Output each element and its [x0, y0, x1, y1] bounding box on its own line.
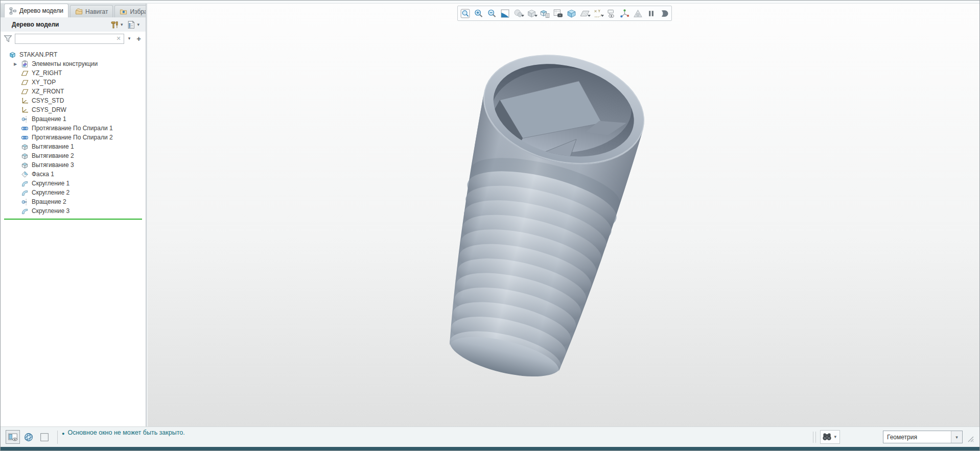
statusbar-divider — [57, 431, 58, 444]
revolve-icon — [21, 115, 29, 123]
tree-item[interactable]: Вытягивание 2 — [1, 151, 146, 160]
tree-item[interactable]: Скругление 3 — [1, 206, 146, 216]
new-window-button[interactable] — [37, 430, 52, 444]
chevron-down-icon[interactable]: ▾ — [121, 22, 123, 27]
insert-indicator[interactable] — [4, 219, 142, 220]
window-display-button[interactable] — [6, 430, 20, 444]
capture-image-icon[interactable] — [552, 7, 565, 20]
window-visibility-icon — [7, 432, 18, 443]
tree-item-label: STAKAN.PRT — [19, 51, 57, 58]
app-window: Дерево модели Навигат Избран Дерево моде… — [0, 0, 980, 451]
tree-item-label: Скругление 1 — [32, 180, 69, 187]
web-browser-icon — [23, 432, 34, 443]
tree-item[interactable]: Вытягивание 3 — [1, 160, 146, 170]
tab-label: Навигат — [85, 8, 108, 15]
tree-item[interactable]: Вращение 2 — [1, 197, 146, 206]
expander-icon[interactable]: ▶ — [14, 62, 21, 66]
tree-item[interactable]: Скругление 1 — [1, 179, 146, 188]
chamfer-icon — [21, 171, 29, 178]
resize-grip[interactable] — [967, 435, 974, 443]
datum-display-icon[interactable] — [592, 7, 604, 20]
helical-sweep-icon — [21, 125, 29, 132]
tree-item[interactable]: XZ_FRONT — [1, 87, 146, 96]
tree-settings-button[interactable]: ▾ — [126, 19, 143, 30]
tree-item-label: Фаска 1 — [32, 171, 54, 178]
selection-filter-dropdown[interactable]: Геометрия ▾ — [883, 431, 963, 443]
pause-icon[interactable] — [645, 7, 658, 20]
tree-item[interactable]: YZ_RIGHT — [1, 68, 146, 78]
tree-filter-input[interactable] — [15, 35, 113, 42]
spin-center-icon[interactable] — [618, 7, 631, 20]
revolve-icon — [21, 198, 29, 206]
tree-item-label: CSYS_STD — [32, 97, 64, 104]
model-stakan[interactable] — [148, 4, 979, 427]
tab-favorites[interactable]: Избран — [114, 5, 146, 17]
graphics-viewport[interactable] — [148, 4, 979, 427]
tree-item[interactable]: Протягивание По Спирали 1 — [1, 124, 146, 133]
tree-item-label: Вращение 2 — [32, 198, 66, 205]
tab-label: Дерево модели — [19, 7, 63, 14]
tab-navigator[interactable]: Навигат — [70, 5, 113, 17]
tree-item[interactable]: CSYS_DRW — [1, 105, 146, 114]
tree-item-label: YZ_RIGHT — [32, 69, 62, 77]
zoom-out-icon[interactable] — [485, 7, 498, 20]
round-icon — [21, 189, 29, 197]
tree-filter-row: ✕ ▾ + — [1, 32, 146, 45]
favorites-folder-icon — [120, 8, 127, 15]
clear-filter-icon[interactable]: ✕ — [113, 35, 123, 42]
tree-item[interactable]: XY_TOP — [1, 78, 146, 87]
folder-stack-icon — [75, 8, 83, 15]
tree-item[interactable]: Вытягивание 1 — [1, 142, 146, 151]
section-view-icon[interactable] — [658, 7, 671, 20]
graphics-toolbar — [457, 6, 672, 21]
tab-model-tree[interactable]: Дерево модели — [4, 4, 68, 17]
part-icon — [9, 51, 16, 59]
tree-item-label: Вытягивание 3 — [32, 161, 74, 169]
filter-options-caret[interactable]: ▾ — [128, 36, 131, 41]
tree-item[interactable]: Протягивание По Спирали 2 — [1, 133, 146, 142]
tree-item[interactable]: Фаска 1 — [1, 170, 146, 179]
chevron-down-icon[interactable]: ▾ — [951, 431, 962, 443]
tree-item-label: CSYS_DRW — [32, 106, 66, 113]
zoom-to-fit-icon[interactable] — [459, 7, 472, 20]
helical-sweep-icon — [21, 134, 29, 141]
selection-filter-value: Геометрия — [883, 434, 951, 441]
tree-item-label: Протягивание По Спирали 1 — [32, 125, 113, 132]
find-button[interactable]: ▾ — [820, 430, 840, 444]
statusbar-divider — [813, 432, 813, 443]
extrude-icon — [21, 143, 29, 151]
tree-item[interactable]: STAKAN.PRT — [1, 50, 146, 59]
tree-item[interactable]: Скругление 2 — [1, 188, 146, 197]
tree-item-label: Вытягивание 1 — [32, 143, 74, 150]
tree-item[interactable]: ▶ Элементы конструкции — [1, 59, 146, 68]
tree-item-label: Скругление 3 — [32, 207, 69, 215]
status-message: Основное окно не может быть закрыто. — [67, 427, 184, 436]
tree-item-label: Вытягивание 2 — [32, 152, 74, 159]
tree-filters-button[interactable]: ▾ — [109, 19, 126, 30]
repaint-icon[interactable] — [499, 7, 511, 20]
extrude-icon — [21, 152, 29, 160]
datum-plane-icon — [21, 79, 29, 86]
datum-plane-icon — [21, 88, 29, 96]
navigator-tabs: Дерево модели Навигат Избран — [1, 4, 146, 17]
expand-tree-button[interactable]: + — [135, 34, 143, 43]
annotation-display-icon[interactable] — [605, 7, 618, 20]
csys-icon — [21, 106, 29, 114]
tree-item[interactable]: Вращение 1 — [1, 114, 146, 124]
window-bottom-strip — [1, 447, 979, 450]
dragger-icon[interactable] — [632, 7, 644, 20]
plane-display-icon[interactable] — [578, 7, 591, 20]
view-manager-icon[interactable] — [539, 7, 551, 20]
web-browser-button[interactable] — [21, 430, 36, 444]
zoom-in-icon[interactable] — [472, 7, 485, 20]
chevron-down-icon[interactable]: ▾ — [137, 22, 139, 27]
display-style-icon[interactable] — [512, 7, 525, 20]
panel-title: Дерево модели — [12, 21, 109, 28]
binoculars-icon — [822, 432, 832, 442]
saved-views-icon[interactable] — [525, 7, 538, 20]
tree-item-label: Протягивание По Спирали 2 — [32, 134, 113, 141]
tree-item[interactable]: CSYS_STD — [1, 96, 146, 105]
shaded-box-icon[interactable] — [565, 7, 578, 20]
find-options-caret[interactable]: ▾ — [834, 435, 836, 439]
tree-filter-field: ✕ — [15, 34, 124, 44]
